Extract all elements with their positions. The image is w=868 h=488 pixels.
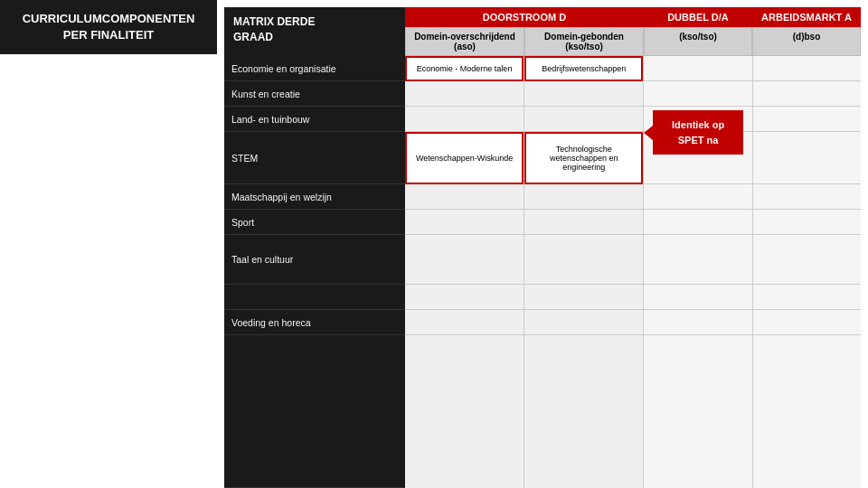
col-group-dubbel: DUBBEL D/A (kso/tso) xyxy=(644,7,752,56)
cell-maatschappij-kso xyxy=(524,184,643,210)
page-header: CURRICULUMCOMPONENTEN PER FINALITEIT xyxy=(0,0,217,54)
row-label-empty xyxy=(224,285,405,310)
cell-voeding-arbeidsmarkt xyxy=(753,310,861,335)
row-label-taal: Taal en cultuur xyxy=(224,235,405,285)
col-group-arbeidsmarkt: ARBEIDSMARKT A (d)bso xyxy=(752,7,861,56)
table-body: Economie en organisatie Kunst en creatie… xyxy=(224,56,861,488)
cell-voeding-aso xyxy=(405,310,524,335)
cell-maatschappij-arbeidsmarkt xyxy=(753,184,861,210)
cell-last-dubbel xyxy=(644,335,751,488)
cell-last-kso xyxy=(524,335,643,488)
cell-empty-aso xyxy=(405,285,524,310)
cell-voeding-kso xyxy=(524,310,643,335)
arbeidsmarkt-header: ARBEIDSMARKT A xyxy=(752,7,861,27)
cell-stem-arbeidsmarkt xyxy=(753,132,861,184)
header-title-line2: PER FINALITEIT xyxy=(63,28,154,42)
doorstroom-subheaders: Domein-overschrijdend (aso) Domein-gebon… xyxy=(405,27,644,56)
cell-taal-kso xyxy=(524,235,643,285)
row-labels: Economie en organisatie Kunst en creatie… xyxy=(224,56,405,488)
row-label-kunst: Kunst en creatie xyxy=(224,81,405,107)
cell-economie-arbeidsmarkt xyxy=(753,56,861,81)
cell-kunst-arbeidsmarkt xyxy=(753,81,861,107)
cell-sport-aso xyxy=(405,210,524,235)
cell-stem-aso: Wetenschappen-Wiskunde xyxy=(405,132,524,184)
cell-sport-arbeidsmarkt xyxy=(753,210,861,235)
cell-maatschappij-aso xyxy=(405,184,524,210)
cell-kunst-aso xyxy=(405,81,524,107)
row-label-sport: Sport xyxy=(224,210,405,235)
cell-kunst-kso xyxy=(524,81,643,107)
callout-text-line1: Identiek op xyxy=(672,119,724,130)
header-title-line1: CURRICULUMCOMPONENTEN xyxy=(23,12,195,25)
col-kso: Bedrijfswetenschappen Technologische wet… xyxy=(524,56,644,488)
row-label-stem: STEM xyxy=(224,132,405,184)
callout-box: Identiek op SPET na xyxy=(653,110,742,155)
col-aso: Economie - Moderne talen Wetenschappen-W… xyxy=(405,56,524,488)
cell-empty-dubbel xyxy=(644,285,751,310)
row-label-land: Land- en tuinbouw xyxy=(224,107,405,132)
cell-stem-kso: Technologische wetenschappen en engineer… xyxy=(524,132,643,184)
cell-land-aso xyxy=(405,107,524,132)
cell-economie-kso: Bedrijfswetenschappen xyxy=(524,56,643,81)
row-label-maatschappij: Maatschappij en welzijn xyxy=(224,184,405,210)
col-arbeidsmarkt xyxy=(753,56,861,488)
sub-aso: Domein-overschrijdend (aso) xyxy=(405,27,524,56)
cell-sport-dubbel xyxy=(644,210,751,235)
page-layout: CURRICULUMCOMPONENTEN PER FINALITEIT MAT… xyxy=(0,0,868,488)
cell-voeding-dubbel xyxy=(644,310,751,335)
main-content: MATRIX DERDE GRAAD DOORSTROOM D Domein-o… xyxy=(217,0,868,488)
matrix-title: MATRIX DERDE GRAAD xyxy=(224,7,405,56)
cell-taal-dubbel xyxy=(644,235,751,285)
col-dubbel: Identiek op SPET na xyxy=(644,56,752,488)
sub-kso: Domein-gebonden (kso/tso) xyxy=(524,27,644,56)
cell-last-arbeidsmarkt xyxy=(753,335,861,488)
doorstroom-header: DOORSTROOM D xyxy=(405,7,644,27)
sub-dbso: (d)bso xyxy=(752,27,861,56)
row-label-economie: Economie en organisatie xyxy=(224,56,405,81)
cell-land-arbeidsmarkt xyxy=(753,107,861,132)
callout-text-line2: SPET na xyxy=(678,135,719,145)
cell-economie-aso: Economie - Moderne talen xyxy=(405,56,524,81)
cell-empty-kso xyxy=(524,285,643,310)
cell-kunst-dubbel xyxy=(644,81,751,107)
col-group-doorstroom: DOORSTROOM D Domein-overschrijdend (aso)… xyxy=(405,7,644,56)
cell-sport-kso xyxy=(524,210,643,235)
cell-economie-dubbel xyxy=(644,56,751,81)
cell-empty-arbeidsmarkt xyxy=(753,285,861,310)
dubbel-header: DUBBEL D/A xyxy=(644,7,752,27)
content-wrapper: MATRIX DERDE GRAAD DOORSTROOM D Domein-o… xyxy=(224,7,861,488)
cell-taal-arbeidsmarkt xyxy=(753,235,861,285)
sub-kso-tso: (kso/tso) xyxy=(644,27,752,56)
cell-last-aso xyxy=(405,335,524,488)
cell-land-kso xyxy=(524,107,643,132)
header-row: MATRIX DERDE GRAAD DOORSTROOM D Domein-o… xyxy=(224,7,861,56)
cell-maatschappij-dubbel xyxy=(644,184,751,210)
left-panel: CURRICULUMCOMPONENTEN PER FINALITEIT xyxy=(0,0,217,488)
data-grid: Economie - Moderne talen Wetenschappen-W… xyxy=(405,56,861,488)
callout-arrow xyxy=(644,126,653,140)
cell-taal-aso xyxy=(405,235,524,285)
row-label-voeding: Voeding en horeca xyxy=(224,310,405,335)
row-label-empty2 xyxy=(224,335,405,488)
